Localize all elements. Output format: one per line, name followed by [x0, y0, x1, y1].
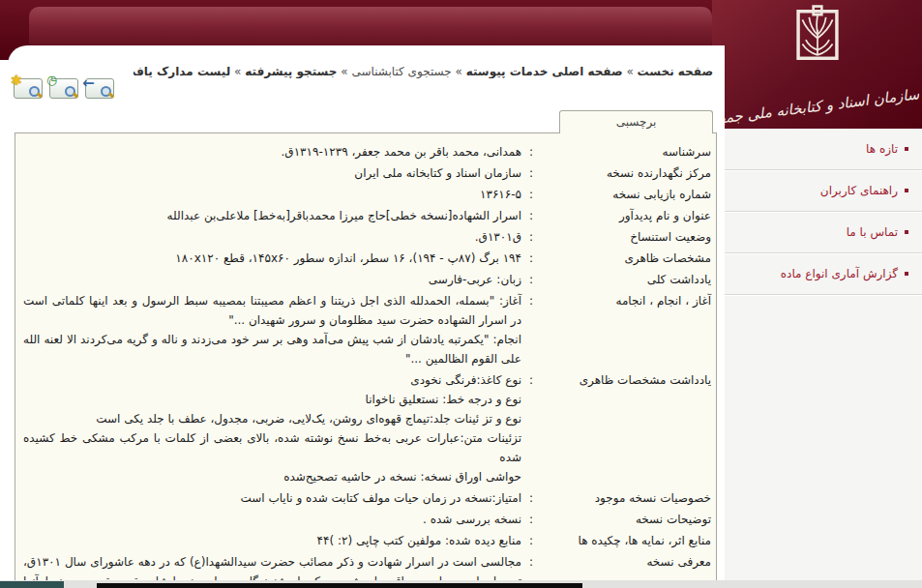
bullet-icon [905, 272, 908, 276]
record-row: وضعیت استنساخ:ق۱۳۰۱ق. [21, 226, 713, 248]
field-colon: : [523, 205, 539, 226]
logo-caption: سازمان اسناد و کتابخانه ملی جمهوری اسلام… [716, 85, 921, 128]
record-row: منابع اثر، نمایه ها، چکیده ها:منابع دیده… [21, 530, 713, 551]
bottom-scrollbar[interactable] [97, 583, 582, 588]
record-row: مرکز نگهدارنده نسخه:سازمان اسناد و کتابخ… [21, 162, 713, 184]
bullet-icon [905, 189, 908, 192]
national-library-logo-block: سازمان اسناد و کتابخانه ملی جمهوری اسلام… [712, 0, 922, 129]
record-row: مشخصات ظاهری:۱۹۴ برگ (۸۷پ - ۱۹۴)، ۱۶ سطر… [21, 248, 713, 269]
breadcrumb-separator: » [452, 65, 466, 78]
field-value: سازمان اسناد و کتابخانه ملی ایران [21, 162, 523, 184]
bottom-teal-block [0, 581, 64, 588]
field-value: نسخه بررسی شده . [21, 509, 523, 530]
field-label: آغاز ، انجام ، انجامه [539, 290, 713, 369]
field-value: امتیاز:نسخه در زمان حیات مولف کتابت شده … [21, 487, 523, 509]
sidebar-item-label: تماس با ما [847, 225, 898, 239]
bullet-icon [905, 147, 908, 151]
record-detail-box: سرشناسه:همدانی، محمد باقر بن محمد جعفر، … [15, 132, 717, 588]
record-row: سرشناسه:همدانی، محمد باقر بن محمد جعفر، … [21, 141, 713, 162]
field-value: آغاز: "بسمله، الحمدلله الذی اجل ذریتنا و… [21, 290, 523, 369]
field-label: شماره بازیابی نسخه [539, 184, 713, 205]
field-label: منابع اثر، نمایه ها، چکیده ها [539, 530, 713, 551]
bottom-strip [0, 580, 922, 588]
back-arrow-icon: ← [82, 76, 95, 91]
field-colon: : [523, 290, 539, 369]
magnifier-icon [101, 86, 111, 97]
field-label: خصوصیات نسخه موجود [539, 487, 713, 509]
breadcrumb-separator: » [623, 65, 638, 78]
breadcrumb-item[interactable]: صفحه اصلی خدمات پیوسته [466, 65, 623, 78]
record-table-body: سرشناسه:همدانی، محمد باقر بن محمد جعفر، … [21, 141, 713, 588]
field-value: ۱۳۶۱۶-۵ [21, 184, 523, 205]
field-colon: : [523, 487, 539, 509]
field-label: توضیحات نسخه [539, 509, 713, 530]
field-label: عنوان و نام پدیدآور [539, 205, 713, 226]
field-colon: : [523, 184, 539, 205]
search-history-button[interactable]: ◷ [49, 78, 78, 99]
record-row: عنوان و نام پدیدآور:اسرار الشهاده[نسخه خ… [21, 205, 713, 226]
field-label: وضعیت استنساخ [539, 226, 713, 248]
breadcrumb-separator: » [337, 65, 351, 78]
magnifier-icon [29, 86, 40, 97]
sidebar-item[interactable]: راهنمای کاربران [725, 170, 922, 212]
field-label: یادداشت کلی [539, 269, 713, 290]
field-value: ۱۹۴ برگ (۸۷پ - ۱۹۴)، ۱۶ سطر، اندازه سطور… [21, 248, 523, 269]
field-label: یادداشت مشخصات ظاهری [539, 369, 713, 487]
breadcrumb-item[interactable]: جستجو پیشرفته [245, 65, 337, 78]
field-value: همدانی، محمد باقر بن محمد جعفر، ۱۲۳۹-۱۳۱… [21, 141, 523, 162]
field-value: زبان: عربی-فارسی [21, 269, 523, 290]
breadcrumb-item[interactable]: جستجوی کتابشناسی [351, 65, 451, 78]
record-row: یادداشت کلی:زبان: عربی-فارسی [21, 269, 713, 290]
record-row: شماره بازیابی نسخه:۱۳۶۱۶-۵ [21, 184, 713, 205]
field-value: منابع دیده شده: مولفین کتب چاپی (۲: )۴۴ [21, 530, 523, 551]
field-colon: : [523, 141, 539, 162]
breadcrumb-item[interactable]: صفحه نخست [638, 65, 713, 78]
sidebar-item-label: گزارش آماری انواع ماده [781, 267, 898, 280]
field-colon: : [523, 269, 539, 290]
record-row: توضیحات نسخه:نسخه بررسی شده . [21, 509, 713, 530]
field-colon: : [523, 226, 539, 248]
record-table: سرشناسه:همدانی، محمد باقر بن محمد جعفر، … [21, 141, 713, 588]
field-colon: : [523, 369, 539, 487]
tab-labeled-view[interactable]: برچسبی [559, 110, 713, 133]
record-row: آغاز ، انجام ، انجامه:آغاز: "بسمله، الحم… [21, 290, 713, 369]
field-colon: : [523, 509, 539, 530]
field-value: ق۱۳۰۱ق. [21, 226, 523, 248]
breadcrumb-separator: » [230, 65, 245, 78]
national-library-emblem-icon [792, 4, 843, 66]
star-icon: ✱ [11, 74, 22, 87]
sidebar-item[interactable]: تماس با ما [725, 212, 922, 253]
field-colon: : [523, 530, 539, 551]
field-value: اسرار الشهاده[نسخه خطی]حاج میرزا محمدباق… [21, 205, 523, 226]
field-label: مشخصات ظاهری [539, 248, 713, 269]
breadcrumb: صفحه نخست » صفحه اصلی خدمات پیوسته » جست… [134, 65, 713, 78]
new-search-button[interactable]: ✱ [14, 78, 43, 99]
field-value: نوع کاغذ:فرنگی نخودی نوع و درجه خط: نستع… [21, 369, 523, 487]
field-label: سرشناسه [539, 141, 713, 162]
sidebar-item-label: راهنمای کاربران [820, 184, 898, 197]
record-row: یادداشت مشخصات ظاهری:نوع کاغذ:فرنگی نخود… [21, 369, 713, 487]
content-panel: صفحه نخست » صفحه اصلی خدمات پیوسته » جست… [8, 45, 725, 580]
sidebar-item-label: تازه ها [866, 142, 898, 156]
magnifier-icon [65, 86, 75, 97]
field-label: مرکز نگهدارنده نسخه [539, 162, 713, 184]
back-to-results-button[interactable]: ← [85, 78, 114, 99]
field-colon: : [523, 248, 539, 269]
record-row: خصوصیات نسخه موجود:امتیاز:نسخه در زمان ح… [21, 487, 713, 509]
toolbar: ✱ ◷ ← [14, 78, 114, 99]
field-colon: : [523, 162, 539, 184]
sidebar-menu: تازه هاراهنمای کاربرانتماس با ماگزارش آم… [725, 129, 922, 588]
sidebar-item[interactable]: تازه ها [725, 129, 922, 170]
breadcrumb-item[interactable]: لیست مدارک یافت شده [134, 65, 230, 78]
sidebar-item[interactable]: گزارش آماری انواع ماده [725, 253, 922, 295]
clock-icon: ◷ [46, 74, 57, 86]
bullet-icon [905, 230, 908, 234]
